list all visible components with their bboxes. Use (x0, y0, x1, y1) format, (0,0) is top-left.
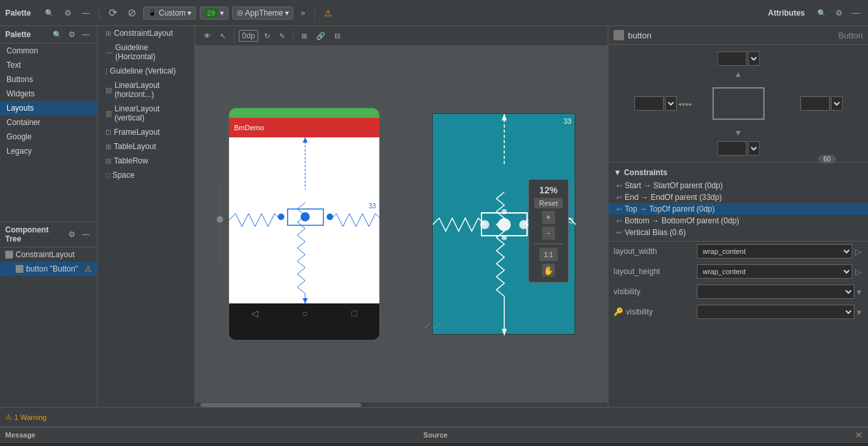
palette-item-layouts[interactable]: Layouts (0, 101, 97, 115)
canvas-pen-btn[interactable] (276, 29, 288, 42)
canvas-link-btn[interactable] (313, 29, 329, 42)
tree-item-button--button[interactable]: button "Button"⚠ (0, 262, 97, 276)
top-constraint-dropdown[interactable]: ▾ (748, 51, 759, 66)
palette-item-text[interactable]: Text (0, 58, 97, 72)
palette-item-legacy[interactable]: Legacy (0, 144, 97, 158)
layout-item-guideline-vertical[interactable]: |Guideline (Vertical) (98, 64, 195, 78)
layout-height-extra-btn[interactable]: ▷ (854, 266, 863, 278)
palette-gear-btn[interactable] (66, 29, 77, 40)
canvas-scrollbar[interactable] (195, 402, 608, 407)
layout-icon: ⊞ (105, 29, 111, 38)
home-btn[interactable]: ○ (302, 308, 307, 318)
visibility-icon-row: 🔑 visibility ▾ (608, 302, 868, 322)
layout-item-space[interactable]: □Space (98, 168, 195, 182)
recents-btn[interactable]: □ (351, 308, 357, 318)
visibility-icon-select[interactable] (697, 305, 854, 319)
back-btn[interactable]: ◁ (251, 308, 258, 318)
canvas-cursor-btn[interactable] (217, 29, 229, 42)
vertical-slider[interactable] (218, 185, 222, 263)
visibility-label: visibility (614, 287, 692, 296)
layout-height-select[interactable]: wrap_content (697, 264, 852, 279)
attr-minimize-button[interactable] (848, 7, 863, 20)
layout-item-tablerow[interactable]: ⊟TableRow (98, 154, 195, 168)
device-icon: 📱 (148, 8, 157, 17)
canvas-refresh-btn[interactable] (261, 29, 273, 42)
layout-item-linearlayout-horizont[interactable]: ▤LinearLayout (horizont...) (98, 78, 195, 102)
palette-title: Palette (5, 30, 51, 39)
constraint-row-4[interactable]: Vertical Bias (0.6) (608, 227, 868, 238)
tree-item-inner: ConstraintLayout (5, 250, 92, 259)
api-dropdown[interactable]: 29 (200, 7, 228, 20)
constraint-row-2[interactable]: Top → TopOf parent (0dp) (608, 203, 868, 215)
visibility-icon-extra-btn[interactable]: ▾ (856, 306, 863, 318)
slider-handle[interactable] (217, 216, 223, 223)
canvas-align-icon (334, 31, 340, 40)
device-dropdown[interactable]: 📱 Custom (143, 7, 196, 20)
canvas-align-btn[interactable] (331, 29, 344, 42)
hand-btn[interactable] (542, 264, 555, 277)
svg-point-12 (480, 220, 489, 229)
visibility-select[interactable] (697, 285, 854, 299)
canvas-grid-btn[interactable] (298, 29, 310, 42)
layout-item-guideline-horizontal[interactable]: ―Guideline (Horizontal) (98, 40, 195, 64)
top-constraint-input[interactable]: 0 (717, 51, 746, 66)
constraint-text: Bottom → BottomOf parent (0dp) (625, 216, 739, 225)
constraint-row-0[interactable]: Start → StartOf parent (0dp) (608, 180, 868, 191)
theme-dropdown[interactable]: ◎ AppTheme (232, 7, 294, 20)
palette-item-buttons[interactable]: Buttons (0, 72, 97, 87)
constraint-row-1[interactable]: End → EndOf parent (33dp) (608, 191, 868, 203)
bottom-constraint-dropdown[interactable]: ▾ (748, 141, 759, 156)
constraint-row-3[interactable]: Bottom → BottomOf parent (0dp) (608, 215, 868, 227)
attr-search-button[interactable] (814, 7, 830, 20)
bias-minus-btn[interactable]: - (542, 227, 555, 240)
palette-item-google[interactable]: Google (0, 130, 97, 144)
right-constraint-dropdown[interactable]: ▾ (831, 96, 843, 111)
tree-item-type-icon (16, 265, 23, 273)
layout-item-framelayout[interactable]: ⊡FrameLayout (98, 125, 195, 139)
minimize-button[interactable] (79, 7, 93, 20)
layout-item-tablelayout[interactable]: ⊞TableLayout (98, 139, 195, 154)
palette-item-container[interactable]: Container (0, 115, 97, 130)
bias-plus-btn[interactable]: + (542, 211, 555, 224)
device-label: Custom (159, 8, 185, 18)
left-constraint-dropdown[interactable]: ▾ (665, 96, 677, 111)
layout-item-linearlayout-vertical[interactable]: ▥LinearLayout (vertical) (98, 102, 195, 125)
layout-icon: ▥ (105, 109, 112, 118)
layout-item-constraintlayout[interactable]: ⊞ConstraintLayout (98, 26, 195, 40)
close-message-btn[interactable]: ✕ (855, 430, 863, 440)
bias-reset-btn[interactable]: Reset (534, 198, 563, 208)
layout-width-extra-btn[interactable]: ▷ (854, 245, 863, 258)
left-constraint-input[interactable]: 0 (634, 96, 664, 111)
canvas-0dp-btn[interactable]: 0dp (239, 30, 258, 42)
palette-search-btn[interactable] (51, 29, 64, 40)
separator-1 (99, 6, 100, 20)
phone-app-bar: BmDemo (229, 118, 379, 137)
layout-width-select[interactable]: wrap_content (697, 244, 852, 258)
canvas-0dp-label: 0dp (242, 31, 255, 40)
tree-gear-btn[interactable] (66, 229, 77, 240)
layout-width-value: wrap_content ▷ (697, 244, 863, 258)
message-header: Message Source ✕ (0, 428, 868, 443)
constraint-arrow-icon (616, 193, 622, 202)
tree-item-constraintlayout[interactable]: ConstraintLayout (0, 247, 97, 262)
api-chevron-icon (220, 8, 224, 18)
device-btn2[interactable]: ⊘ (124, 5, 139, 21)
warning-button[interactable]: ⚠ (321, 6, 336, 20)
rotate-btn[interactable]: ⟳ (105, 5, 120, 21)
palette-item-widgets[interactable]: Widgets (0, 87, 97, 101)
bottom-constraint-input[interactable]: 0 (717, 141, 746, 156)
wide-right-num: 33 (563, 117, 571, 125)
search-button[interactable] (42, 7, 57, 20)
gear-button[interactable] (61, 7, 75, 20)
more-button[interactable]: » (297, 7, 308, 20)
canvas-eye-btn[interactable] (200, 29, 214, 42)
palette-minus-btn[interactable] (80, 29, 92, 40)
tree-minus-btn[interactable] (80, 229, 92, 240)
attr-gear-button[interactable] (832, 7, 846, 20)
attr-minus-icon (852, 8, 860, 18)
palette-item-common[interactable]: Common (0, 44, 97, 58)
right-constraint-input[interactable]: 33 (800, 96, 830, 111)
palette-header: Palette (0, 26, 97, 44)
ratio-btn[interactable]: 1:1 (539, 248, 558, 261)
visibility-extra-btn[interactable]: ▾ (856, 286, 863, 298)
